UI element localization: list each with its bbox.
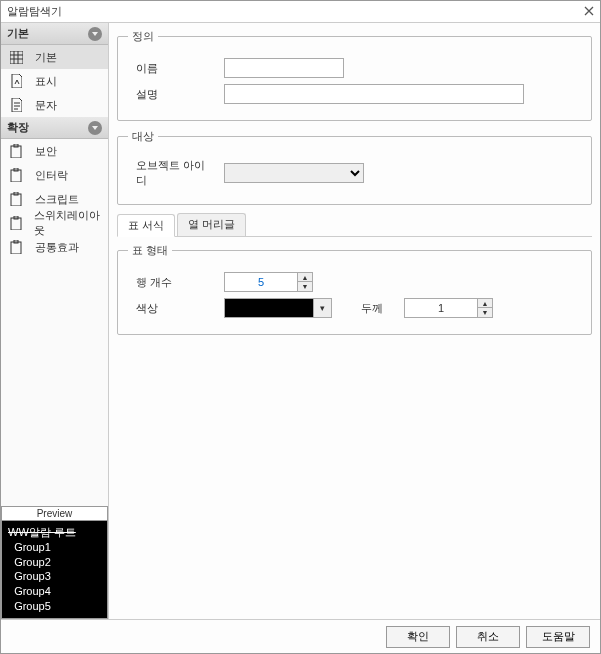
target-group: 대상 오브젝트 아이디 — [117, 129, 592, 205]
tab-column-header[interactable]: 열 머리글 — [177, 213, 246, 236]
dialog-footer: 확인 취소 도움말 — [1, 619, 600, 653]
clipboard-icon — [9, 192, 23, 206]
definition-legend: 정의 — [128, 29, 158, 44]
preview-group: Group4 — [8, 584, 101, 599]
tab-table-format[interactable]: 표 서식 — [117, 214, 175, 237]
desc-label: 설명 — [128, 87, 216, 102]
content-pane: 정의 이름 설명 대상 오브젝트 아이디 — [109, 23, 600, 619]
preview-title: Preview — [2, 507, 107, 521]
sidebar-item-security[interactable]: 보안 — [1, 139, 108, 163]
svg-rect-16 — [11, 242, 21, 254]
desc-input[interactable] — [224, 84, 524, 104]
tabs-strip: 표 서식 열 머리글 — [117, 213, 592, 237]
color-combo[interactable]: ▾ — [224, 298, 332, 318]
sidebar-item-label: 스크립트 — [35, 192, 79, 207]
sidebar-item-basic[interactable]: 기본 — [1, 45, 108, 69]
thickness-input[interactable] — [404, 298, 478, 318]
svg-rect-8 — [11, 146, 21, 158]
color-label: 색상 — [128, 301, 216, 316]
sidebar-item-interlock[interactable]: 인터락 — [1, 163, 108, 187]
body: 기본 기본 표시 문자 확장 보안 — [1, 23, 600, 619]
file-icon — [9, 74, 23, 88]
spin-up-icon[interactable]: ▲ — [298, 273, 312, 282]
sidebar-item-label: 기본 — [35, 50, 57, 65]
name-input[interactable] — [224, 58, 344, 78]
spin-down-icon[interactable]: ▼ — [298, 282, 312, 291]
object-id-label: 오브젝트 아이디 — [128, 158, 216, 188]
sidebar-item-label: 보안 — [35, 144, 57, 159]
sidebar-item-commoneffect[interactable]: 공통효과 — [1, 235, 108, 259]
row-count-spinner[interactable]: ▲ ▼ — [224, 272, 313, 292]
name-label: 이름 — [128, 61, 216, 76]
preview-group: Group3 — [8, 569, 101, 584]
sidebar-section-basic[interactable]: 기본 — [1, 23, 108, 45]
thickness-label: 두께 — [340, 301, 396, 316]
dialog-window: 알람탐색기 기본 기본 표시 문자 확장 — [0, 0, 601, 654]
row-count-input[interactable] — [224, 272, 298, 292]
sidebar-item-switchlayout[interactable]: 스위치레이아웃 — [1, 211, 108, 235]
window-title: 알람탐색기 — [7, 4, 62, 19]
grid-icon — [9, 50, 23, 64]
svg-rect-10 — [11, 170, 21, 182]
clipboard-icon — [9, 240, 23, 254]
sidebar-item-display[interactable]: 표시 — [1, 69, 108, 93]
preview-root: WW알람 루트 — [8, 525, 101, 540]
table-form-group: 표 형태 행 개수 ▲ ▼ 색상 ▾ — [117, 243, 592, 335]
sidebar-item-label: 문자 — [35, 98, 57, 113]
chevron-down-icon — [88, 27, 102, 41]
sidebar-item-label: 공통효과 — [35, 240, 79, 255]
cancel-button[interactable]: 취소 — [456, 626, 520, 648]
clipboard-icon — [9, 168, 23, 182]
sidebar-item-text[interactable]: 문자 — [1, 93, 108, 117]
target-legend: 대상 — [128, 129, 158, 144]
svg-rect-0 — [10, 51, 23, 64]
section-label: 기본 — [7, 26, 29, 41]
preview-group: Group5 — [8, 599, 101, 614]
clipboard-icon — [9, 216, 22, 230]
spin-up-icon[interactable]: ▲ — [478, 299, 492, 308]
svg-rect-14 — [11, 218, 21, 230]
preview-group: Group2 — [8, 555, 101, 570]
sidebar: 기본 기본 표시 문자 확장 보안 — [1, 23, 109, 619]
color-swatch — [224, 298, 314, 318]
svg-rect-12 — [11, 194, 21, 206]
sidebar-section-advanced[interactable]: 확장 — [1, 117, 108, 139]
sidebar-item-label: 인터락 — [35, 168, 68, 183]
section-label: 확장 — [7, 120, 29, 135]
clipboard-icon — [9, 144, 23, 158]
thickness-spinner[interactable]: ▲ ▼ — [404, 298, 493, 318]
sidebar-item-label: 스위치레이아웃 — [34, 208, 108, 238]
spin-down-icon[interactable]: ▼ — [478, 308, 492, 317]
preview-body: WW알람 루트 Group1 Group2 Group3 Group4 Grou… — [2, 521, 107, 618]
chevron-down-icon[interactable]: ▾ — [314, 298, 332, 318]
definition-group: 정의 이름 설명 — [117, 29, 592, 121]
ok-button[interactable]: 확인 — [386, 626, 450, 648]
object-id-select[interactable] — [224, 163, 364, 183]
titlebar: 알람탐색기 — [1, 1, 600, 23]
row-count-label: 행 개수 — [128, 275, 216, 290]
table-form-legend: 표 형태 — [128, 243, 172, 258]
text-file-icon — [9, 98, 23, 112]
preview-panel: Preview WW알람 루트 Group1 Group2 Group3 Gro… — [1, 506, 108, 619]
chevron-down-icon — [88, 121, 102, 135]
close-icon[interactable] — [584, 5, 594, 19]
sidebar-item-label: 표시 — [35, 74, 57, 89]
preview-group: Group1 — [8, 540, 101, 555]
help-button[interactable]: 도움말 — [526, 626, 590, 648]
